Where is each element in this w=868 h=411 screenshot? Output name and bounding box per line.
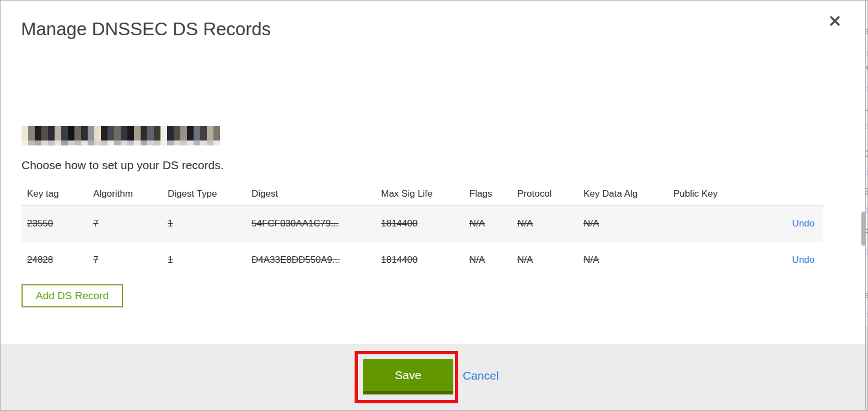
cancel-link[interactable]: Cancel [463, 369, 499, 382]
cell-digest: 54FCF030AA1C79... [246, 218, 376, 229]
screenshot-frame: sdNdLdCdEdPdsd Manage DNSSEC DS Records … [0, 0, 868, 411]
save-button[interactable]: Save [363, 359, 453, 394]
cell-protocol: N/A [512, 218, 578, 229]
header-protocol: Protocol [512, 188, 578, 199]
cell-max-sig-life: 1814400 [376, 218, 464, 229]
header-algorithm: Algorithm [88, 188, 162, 199]
instruction-text: Choose how to set up your DS records. [22, 159, 224, 172]
manage-dnssec-dialog: Manage DNSSEC DS Records Choose how to s… [1, 1, 866, 411]
cell-digest-type: 1 [162, 255, 246, 266]
undo-link[interactable]: Undo [792, 255, 815, 265]
redacted-pixel-row [22, 140, 220, 145]
cell-protocol: N/A [512, 255, 578, 266]
header-key-tag: Key tag [22, 188, 88, 199]
dialog-footer: Save Cancel [1, 344, 866, 411]
close-button[interactable] [828, 15, 842, 29]
cell-algorithm: 7 [88, 218, 162, 229]
add-ds-record-button[interactable]: Add DS Record [22, 284, 123, 307]
header-digest: Digest [246, 188, 376, 199]
table-row: 24828 7 1 D4A33E8DD550A9... 1814400 N/A … [22, 242, 823, 278]
header-public-key: Public Key [668, 188, 745, 199]
cell-digest-type: 1 [162, 218, 246, 229]
cell-flags: N/A [464, 255, 512, 266]
scrollbar-thumb[interactable] [861, 212, 866, 246]
header-flags: Flags [464, 188, 512, 199]
cell-key-data-alg: N/A [578, 218, 668, 229]
redacted-pixel-row [22, 126, 220, 140]
table-row: 23550 7 1 54FCF030AA1C79... 1814400 N/A … [22, 206, 823, 242]
header-key-data-alg: Key Data Alg [578, 188, 668, 199]
cell-flags: N/A [464, 218, 512, 229]
cell-key-tag: 24828 [22, 255, 88, 266]
ds-records-table: Key tag Algorithm Digest Type Digest Max… [22, 183, 823, 278]
redacted-domain-name [22, 126, 220, 145]
header-max-sig-life: Max Sig Life [376, 188, 464, 199]
dialog-title: Manage DNSSEC DS Records [21, 19, 271, 40]
cell-algorithm: 7 [88, 255, 162, 266]
close-icon [829, 15, 840, 29]
cell-key-tag: 23550 [22, 218, 88, 229]
cell-digest: D4A33E8DD550A9... [246, 255, 376, 266]
cell-max-sig-life: 1814400 [376, 255, 464, 266]
table-header-row: Key tag Algorithm Digest Type Digest Max… [22, 183, 823, 206]
header-digest-type: Digest Type [162, 188, 246, 199]
undo-link[interactable]: Undo [792, 218, 815, 229]
cell-key-data-alg: N/A [578, 255, 668, 266]
